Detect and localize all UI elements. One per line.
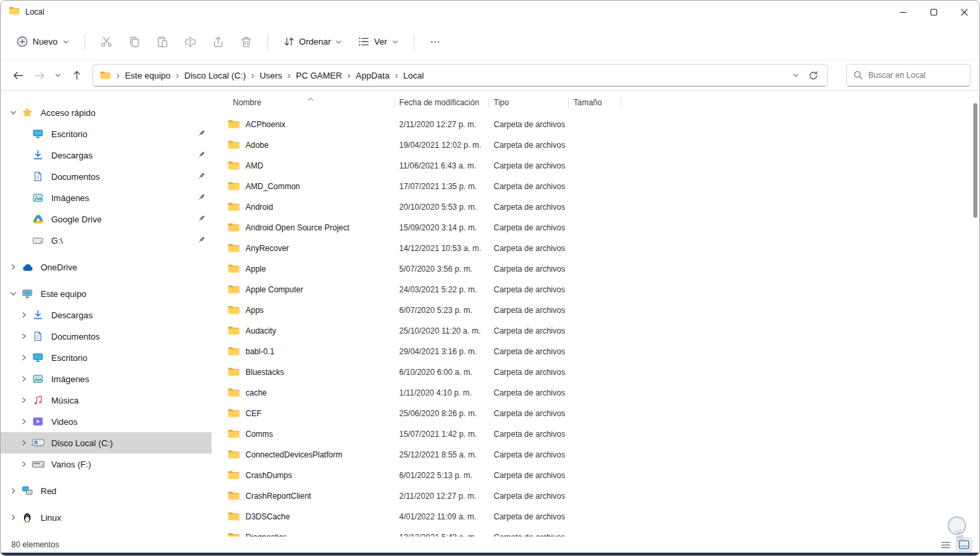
chevron-right-icon[interactable] bbox=[7, 514, 19, 521]
rename-icon bbox=[184, 36, 196, 48]
trash-icon bbox=[240, 36, 252, 48]
file-row[interactable]: babl-0.129/04/2021 3:16 p. m.Carpeta de … bbox=[228, 341, 979, 362]
sidebar-item[interactable]: Google Drive bbox=[1, 208, 212, 230]
column-header-size[interactable]: Tamaño bbox=[568, 91, 621, 114]
close-button[interactable] bbox=[949, 1, 979, 23]
copy-button[interactable] bbox=[122, 31, 147, 53]
breadcrumb-segment[interactable]: Disco Local (C:) bbox=[184, 71, 245, 81]
sort-button[interactable]: Ordenar bbox=[277, 31, 349, 53]
delete-button[interactable] bbox=[234, 31, 259, 53]
chevron-right-icon[interactable] bbox=[18, 354, 30, 361]
file-row[interactable]: AMD11/06/2021 6:43 a. m.Carpeta de archi… bbox=[228, 155, 979, 176]
file-row[interactable]: Diagnostics13/12/2021 5:43 a. m.Carpeta … bbox=[228, 527, 979, 537]
chevron-right-icon[interactable] bbox=[18, 376, 30, 382]
sidebar-item[interactable]: OneDrive bbox=[1, 256, 212, 278]
file-row[interactable]: cache1/11/2020 4:10 p. m.Carpeta de arch… bbox=[228, 382, 979, 403]
scrollbar-thumb[interactable] bbox=[973, 103, 977, 218]
file-row[interactable]: Comms15/07/2021 1:42 p. m.Carpeta de arc… bbox=[228, 423, 979, 444]
file-name: CrashReportClient bbox=[245, 491, 311, 501]
sidebar-item[interactable]: Este equipo bbox=[1, 283, 212, 304]
minimize-button[interactable] bbox=[888, 1, 918, 23]
search-input[interactable] bbox=[868, 71, 965, 80]
folder-icon bbox=[9, 6, 20, 18]
file-type: Carpeta de archivos bbox=[488, 347, 568, 356]
chevron-right-icon[interactable] bbox=[18, 439, 30, 446]
sidebar-item[interactable]: Videos bbox=[1, 411, 212, 432]
sidebar-item[interactable]: Red bbox=[1, 480, 212, 501]
up-button[interactable] bbox=[66, 65, 87, 86]
sidebar-item[interactable]: G:\ bbox=[1, 230, 212, 251]
breadcrumb-segment[interactable]: PC GAMER bbox=[296, 71, 342, 81]
file-row[interactable]: Android Open Source Project15/09/2020 3:… bbox=[228, 217, 979, 238]
file-row[interactable]: Apple5/07/2020 3:56 p. m.Carpeta de arch… bbox=[228, 258, 979, 279]
maximize-button[interactable] bbox=[918, 1, 949, 23]
sidebar-item[interactable]: Descargas bbox=[1, 304, 212, 326]
titlebar: Local bbox=[1, 1, 979, 23]
file-row[interactable]: AnyRecover14/12/2021 10:53 a. m.Carpeta … bbox=[228, 238, 979, 258]
sidebar-item[interactable]: Acceso rápido bbox=[1, 102, 212, 123]
sidebar-item[interactable]: Varios (F:) bbox=[1, 453, 212, 475]
recent-locations-button[interactable] bbox=[50, 65, 66, 86]
file-row[interactable]: CEF25/06/2020 8:26 p. m.Carpeta de archi… bbox=[228, 403, 979, 423]
column-header-date[interactable]: Fecha de modificación bbox=[394, 91, 488, 114]
chevron-right-icon[interactable] bbox=[18, 397, 30, 404]
cut-button[interactable] bbox=[94, 31, 119, 53]
breadcrumb-separator: › bbox=[389, 70, 403, 81]
new-button[interactable]: Nuevo bbox=[10, 31, 76, 53]
view-button[interactable]: Ver bbox=[351, 31, 405, 53]
breadcrumb-segment[interactable]: Este equipo bbox=[125, 71, 171, 81]
chevron-down-icon[interactable] bbox=[7, 109, 19, 116]
sidebar-item[interactable]: Descargas bbox=[1, 144, 212, 166]
chevron-right-icon[interactable] bbox=[18, 312, 30, 318]
address-bar[interactable]: ›Este equipo›Disco Local (C:)›Users›PC G… bbox=[92, 64, 828, 87]
chevron-down-icon[interactable] bbox=[7, 290, 19, 297]
pictures-icon bbox=[30, 374, 46, 384]
paste-button[interactable] bbox=[150, 31, 175, 53]
file-row[interactable]: Adobe19/04/2021 12:02 p. m.Carpeta de ar… bbox=[228, 135, 979, 155]
back-button[interactable] bbox=[7, 65, 29, 86]
column-header-name[interactable]: Nombre bbox=[228, 91, 394, 114]
address-dropdown-icon[interactable] bbox=[787, 67, 804, 84]
breadcrumb-segment[interactable]: Users bbox=[259, 71, 282, 81]
toolbar-separator bbox=[84, 34, 85, 50]
sidebar-item[interactable]: Imágenes bbox=[1, 187, 212, 208]
forward-button[interactable] bbox=[29, 65, 50, 86]
breadcrumb-segment[interactable]: Local bbox=[403, 71, 424, 81]
sidebar-item[interactable]: Imágenes bbox=[1, 368, 212, 390]
share-button[interactable] bbox=[206, 31, 231, 53]
file-type: Carpeta de archivos bbox=[488, 450, 568, 459]
chevron-right-icon[interactable] bbox=[7, 264, 19, 270]
file-row[interactable]: Apple Computer24/03/2021 5:22 p. m.Carpe… bbox=[228, 279, 979, 300]
file-date: 19/04/2021 12:02 p. m. bbox=[394, 140, 488, 150]
file-row[interactable]: Bluestacks6/10/2020 6:00 a. m.Carpeta de… bbox=[228, 362, 979, 382]
sidebar-item-label: Imágenes bbox=[51, 193, 89, 203]
chevron-right-icon[interactable] bbox=[18, 418, 30, 425]
sidebar-item[interactable]: Escritorio bbox=[1, 123, 212, 144]
file-row[interactable]: AMD_Common17/07/2021 1:35 p. m.Carpeta d… bbox=[228, 176, 979, 196]
rename-button[interactable] bbox=[178, 31, 203, 53]
sidebar-item[interactable]: Disco Local (C:) bbox=[1, 432, 212, 453]
file-date: 15/07/2021 1:42 p. m. bbox=[394, 429, 488, 439]
file-row[interactable]: Android20/10/2020 5:53 p. m.Carpeta de a… bbox=[228, 196, 979, 217]
file-row[interactable]: D3DSCache4/01/2022 11:09 a. m.Carpeta de… bbox=[228, 506, 979, 527]
sidebar-item[interactable]: Documentos bbox=[1, 326, 212, 347]
refresh-button[interactable] bbox=[804, 67, 822, 84]
file-row[interactable]: ConnectedDevicesPlatform25/12/2021 8:55 … bbox=[228, 444, 979, 465]
file-row[interactable]: ACPhoenix2/11/2020 12:27 p. m.Carpeta de… bbox=[228, 114, 979, 135]
file-row[interactable]: CrashDumps6/01/2022 5:13 p. m.Carpeta de… bbox=[228, 465, 979, 485]
chevron-right-icon[interactable] bbox=[18, 461, 30, 467]
sidebar-item[interactable]: Escritorio bbox=[1, 347, 212, 368]
file-row[interactable]: Apps6/07/2020 5:23 p. m.Carpeta de archi… bbox=[228, 300, 979, 320]
column-header-type[interactable]: Tipo bbox=[488, 91, 568, 114]
file-row[interactable]: Audacity25/10/2020 11:20 a. m.Carpeta de… bbox=[228, 320, 979, 341]
chevron-right-icon[interactable] bbox=[18, 333, 30, 340]
breadcrumb-segment[interactable]: AppData bbox=[356, 71, 390, 81]
file-date: 14/12/2021 10:53 a. m. bbox=[394, 244, 488, 253]
vertical-scrollbar[interactable] bbox=[973, 95, 977, 533]
sidebar-item[interactable]: Linux bbox=[1, 507, 212, 528]
more-options-button[interactable] bbox=[423, 31, 447, 53]
chevron-right-icon[interactable] bbox=[7, 487, 19, 494]
sidebar-item[interactable]: Documentos bbox=[1, 166, 212, 187]
sidebar-item[interactable]: Música bbox=[1, 390, 212, 411]
file-row[interactable]: CrashReportClient2/11/2020 12:27 p. m.Ca… bbox=[228, 485, 979, 506]
